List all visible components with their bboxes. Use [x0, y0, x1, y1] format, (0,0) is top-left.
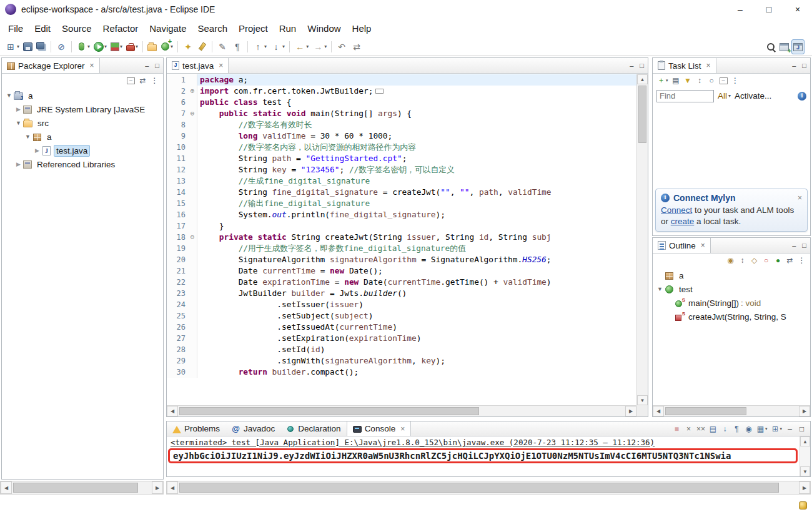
- code-line-27[interactable]: 27 .setExpiration(expirationTime): [167, 333, 636, 344]
- task-list-close-icon[interactable]: ×: [706, 61, 711, 70]
- code-line-17[interactable]: 17 }: [167, 220, 636, 232]
- editor-vscroll-thumb[interactable]: [638, 86, 646, 143]
- console-tab-close-icon[interactable]: ×: [400, 425, 405, 433]
- view-menu-button[interactable]: ⋮: [796, 254, 808, 267]
- code-line-10[interactable]: 10 //数字签名内容，以访问资源的相对路径作为内容: [167, 142, 636, 153]
- package-explorer-item-src[interactable]: ▼src: [2, 116, 163, 130]
- menu-edit[interactable]: Edit: [29, 21, 56, 36]
- scroll-lock-button[interactable]: ↓: [719, 423, 731, 435]
- code-line-28[interactable]: 28 .setId(id): [167, 344, 636, 355]
- code-editor[interactable]: 1package a;2⊕import com.fr.cert.token.Jw…: [167, 74, 636, 405]
- code-line-18[interactable]: 18⊖ private static String createJwt(Stri…: [167, 232, 636, 243]
- outline-scroll-left-icon[interactable]: ◀: [653, 406, 664, 416]
- close-button[interactable]: ×: [783, 0, 812, 19]
- package-explorer-item-test-java[interactable]: ▶test.java: [2, 144, 163, 157]
- console-scroll-down-icon[interactable]: ▼: [800, 466, 810, 476]
- code-line-1[interactable]: 1package a;: [167, 74, 636, 86]
- package-explorer-scroll-right-icon[interactable]: ▶: [152, 481, 163, 494]
- minimize-view-button[interactable]: –: [784, 423, 796, 435]
- code-line-25[interactable]: 25 .setSubject(subject): [167, 310, 636, 322]
- notification-icon[interactable]: [799, 501, 807, 510]
- editor-horizontal-scrollbar[interactable]: ◀ ▶: [167, 405, 636, 416]
- code-line-9[interactable]: 9 long validTime = 30 * 60 * 1000;: [167, 130, 636, 142]
- tree-expander-icon[interactable]: ▶: [32, 147, 42, 154]
- package-explorer-item-a[interactable]: ▼a: [2, 130, 163, 144]
- outline-scroll-right-icon[interactable]: ▶: [799, 406, 810, 416]
- hide-fields-button[interactable]: ◇: [748, 254, 760, 267]
- coverage-button[interactable]: ▾: [109, 39, 124, 54]
- word-wrap-button[interactable]: ¶: [731, 423, 743, 435]
- code-line-30[interactable]: 30 return builder.compact();: [167, 367, 636, 378]
- task-list-maximize-icon[interactable]: □: [802, 62, 806, 69]
- forward-dropdown-icon[interactable]: ▾: [324, 44, 327, 49]
- outline-item-test[interactable]: ▼test: [653, 282, 810, 296]
- quick-search-button[interactable]: [765, 39, 777, 54]
- console-horizontal-scrollbar[interactable]: ◀ ▶: [166, 481, 811, 495]
- outline-close-icon[interactable]: ×: [701, 241, 705, 250]
- editor-tab-test-java[interactable]: test.java ×: [167, 58, 229, 73]
- open-task-button[interactable]: ✦: [181, 39, 195, 54]
- console-vertical-scrollbar[interactable]: ▲ ▼: [800, 436, 810, 476]
- code-line-15[interactable]: 15 //输出fine_digital_signature: [167, 198, 636, 209]
- menu-help[interactable]: Help: [347, 21, 377, 36]
- remove-all-terminated-button[interactable]: ××: [695, 423, 707, 435]
- tree-expander-icon[interactable]: ▶: [14, 161, 23, 167]
- debug-button[interactable]: ▾: [75, 39, 91, 54]
- code-line-16[interactable]: 16 System.out.println(fine_digital_signa…: [167, 209, 636, 220]
- new-wizard-button[interactable]: ⊞▾: [4, 39, 21, 54]
- terminate-button[interactable]: ■: [671, 423, 683, 435]
- run-button[interactable]: ▾: [92, 39, 108, 54]
- fold-marker-icon[interactable]: ⊖: [188, 108, 197, 119]
- back-dropdown-icon[interactable]: ▾: [306, 44, 309, 49]
- tab-console[interactable]: Console×: [347, 421, 412, 436]
- view-menu-button[interactable]: ⋮: [730, 74, 741, 87]
- outline-item-createjwt-string-string-s[interactable]: createJwt(String, String, S: [653, 310, 810, 323]
- code-line-29[interactable]: 29 .signWith(signatureAlgorithm, key);: [167, 355, 636, 367]
- open-console-dropdown-icon[interactable]: ▾: [780, 426, 782, 431]
- show-whitespace-button[interactable]: ¶: [230, 39, 244, 54]
- code-line-2[interactable]: 2⊕import com.fr.cert.token.JwtBuilder;: [167, 86, 636, 97]
- save-button[interactable]: [22, 39, 34, 54]
- package-explorer-item-a[interactable]: ▼a: [2, 89, 163, 102]
- minimize-button[interactable]: –: [726, 0, 755, 19]
- code-line-14[interactable]: 14 String fine_digital_signature = creat…: [167, 187, 636, 198]
- mylyn-close-icon[interactable]: ×: [798, 194, 802, 202]
- last-edit-location-button[interactable]: ↶: [335, 39, 349, 54]
- menu-project[interactable]: Project: [233, 21, 274, 36]
- editor-vertical-scrollbar[interactable]: ▲ ▼: [636, 74, 648, 405]
- tree-expander-icon[interactable]: ▼: [14, 120, 23, 126]
- open-perspective-button[interactable]: [778, 39, 790, 54]
- mylyn-connect-link[interactable]: Connect: [661, 205, 692, 215]
- menu-run[interactable]: Run: [274, 21, 302, 36]
- package-explorer-scroll-left-icon[interactable]: ◀: [1, 481, 12, 494]
- package-explorer-tab[interactable]: Package Explorer ×: [2, 58, 100, 73]
- editor-hscroll-thumb[interactable]: [179, 407, 479, 415]
- maximize-button[interactable]: □: [755, 0, 783, 19]
- filter-button[interactable]: ▼: [682, 74, 694, 87]
- find-input[interactable]: [656, 90, 714, 102]
- package-explorer-horizontal-scrollbar[interactable]: ◀ ▶: [0, 481, 164, 495]
- link-with-editor-button[interactable]: ⇄: [350, 39, 364, 54]
- schedule-button[interactable]: ○: [706, 74, 718, 87]
- code-line-23[interactable]: 23 JwtBuilder builder = Jwts.builder(): [167, 288, 636, 299]
- code-line-8[interactable]: 8 //数字签名有效时长: [167, 119, 636, 130]
- new-wizard-dropdown-icon[interactable]: ▾: [17, 44, 19, 49]
- editor-scroll-down-icon[interactable]: ▼: [637, 395, 648, 405]
- package-explorer-minimize-icon[interactable]: –: [145, 62, 149, 69]
- save-all-button[interactable]: [35, 39, 47, 54]
- outline-hscroll-thumb[interactable]: [665, 407, 746, 415]
- open-console-button[interactable]: ⊞▾: [769, 423, 784, 435]
- menu-navigate[interactable]: Navigate: [144, 21, 192, 36]
- tree-expander-icon[interactable]: ▶: [14, 106, 23, 112]
- package-explorer-item-jre-system-library-javase[interactable]: ▶JRE System Library [JavaSE: [2, 102, 163, 116]
- console-scroll-right-icon[interactable]: ▶: [799, 481, 810, 494]
- task-list-tab[interactable]: Task List ×: [653, 58, 716, 73]
- package-explorer-maximize-icon[interactable]: □: [155, 62, 159, 69]
- display-selected-console-button[interactable]: ▦▾: [755, 423, 770, 435]
- new-java-project-button[interactable]: [146, 39, 158, 54]
- menu-source[interactable]: Source: [56, 21, 97, 36]
- menu-search[interactable]: Search: [192, 21, 233, 36]
- outline-maximize-icon[interactable]: □: [802, 242, 806, 249]
- focus-button[interactable]: ◉: [725, 254, 736, 267]
- sort-button[interactable]: ↕: [694, 74, 706, 87]
